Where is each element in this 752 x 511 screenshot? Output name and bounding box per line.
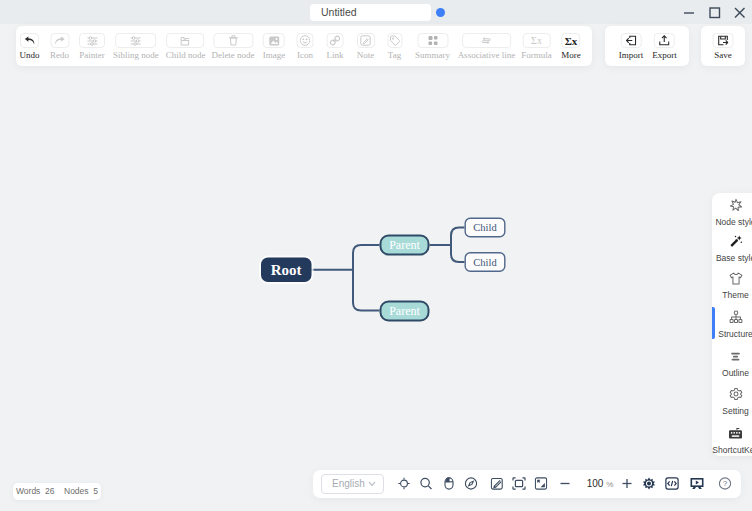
svg-text:Parent: Parent <box>389 304 420 318</box>
svg-text:Root: Root <box>271 262 302 278</box>
svg-text:Child: Child <box>473 222 497 233</box>
svg-text:Child: Child <box>473 257 497 268</box>
svg-text:?: ? <box>723 479 728 488</box>
svg-text:Parent: Parent <box>389 238 420 252</box>
